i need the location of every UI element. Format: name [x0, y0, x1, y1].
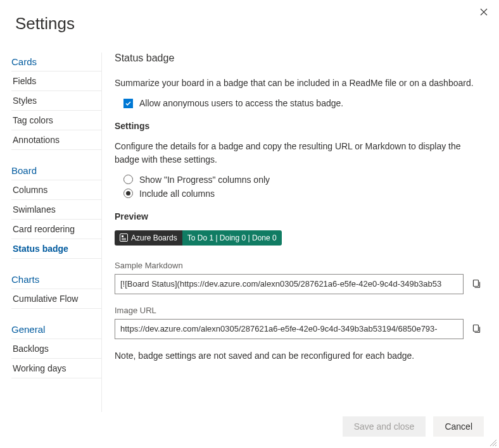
settings-sidebar: Cards Fields Styles Tag colors Annotatio… [0, 53, 101, 412]
settings-heading: Settings [115, 121, 484, 131]
sidebar-heading-board[interactable]: Board [11, 161, 101, 180]
dialog-footer: Save and close Cancel [343, 416, 484, 437]
resize-handle[interactable] [490, 439, 497, 446]
status-badge-preview: Azure Boards To Do 1 | Doing 0 | Done 0 [115, 230, 282, 246]
badge-right-text: To Do 1 | Doing 0 | Done 0 [182, 230, 282, 246]
svg-rect-4 [474, 280, 479, 286]
copy-icon [471, 279, 481, 289]
sidebar-item-card-reordering[interactable]: Card reordering [11, 220, 101, 239]
svg-rect-5 [474, 325, 479, 331]
copy-icon [471, 324, 481, 334]
sidebar-heading-general[interactable]: General [11, 320, 101, 339]
page-description: Summarize your board in a badge that can… [115, 77, 484, 89]
resize-grip-icon [490, 439, 497, 447]
sidebar-item-working-days[interactable]: Working days [11, 359, 101, 378]
sidebar-item-columns[interactable]: Columns [11, 180, 101, 200]
sidebar-heading-charts[interactable]: Charts [11, 270, 101, 289]
cancel-button[interactable]: Cancel [433, 416, 484, 437]
sidebar-item-annotations[interactable]: Annotations [11, 130, 101, 150]
settings-content: Status badge Summarize your board in a b… [101, 53, 499, 412]
preview-heading: Preview [115, 211, 484, 221]
save-and-close-button[interactable]: Save and close [343, 416, 426, 437]
sidebar-item-swimlanes[interactable]: Swimlanes [11, 200, 101, 220]
radio-include-all-label: Include all columns [139, 189, 215, 199]
copy-image-url-button[interactable] [469, 321, 484, 337]
svg-rect-2 [122, 239, 126, 239]
close-button[interactable] [480, 8, 488, 18]
sample-markdown-input[interactable] [115, 274, 464, 294]
svg-rect-3 [122, 240, 126, 240]
svg-rect-0 [120, 234, 128, 242]
radio-in-progress-only[interactable] [123, 175, 133, 184]
badge-left-text: Azure Boards [131, 233, 177, 242]
radio-include-all[interactable] [123, 189, 133, 198]
sidebar-item-fields[interactable]: Fields [11, 72, 101, 91]
sidebar-item-backlogs[interactable]: Backlogs [11, 339, 101, 359]
allow-anonymous-label: Allow anonymous users to access the stat… [139, 98, 343, 108]
allow-anonymous-checkbox[interactable] [123, 99, 133, 108]
close-icon [480, 8, 488, 16]
image-url-input[interactable] [115, 319, 464, 339]
checkmark-icon [125, 100, 132, 107]
page-title: Status badge [115, 53, 484, 64]
copy-markdown-button[interactable] [469, 277, 484, 292]
sidebar-item-status-badge[interactable]: Status badge [11, 239, 101, 259]
sidebar-item-cumulative-flow[interactable]: Cumulative Flow [11, 289, 101, 309]
sample-markdown-label: Sample Markdown [115, 261, 484, 270]
sidebar-item-styles[interactable]: Styles [11, 91, 101, 111]
badge-note: Note, badge settings are not saved and c… [115, 351, 484, 361]
image-url-label: Image URL [115, 306, 484, 315]
settings-description: Configure the details for a badge and co… [115, 140, 484, 166]
svg-rect-1 [122, 235, 123, 237]
dialog-title: Settings [0, 0, 499, 34]
radio-in-progress-label: Show "In Progress" columns only [139, 175, 270, 185]
sidebar-item-tag-colors[interactable]: Tag colors [11, 111, 101, 130]
sidebar-heading-cards[interactable]: Cards [11, 53, 101, 72]
azure-boards-icon [120, 233, 128, 242]
